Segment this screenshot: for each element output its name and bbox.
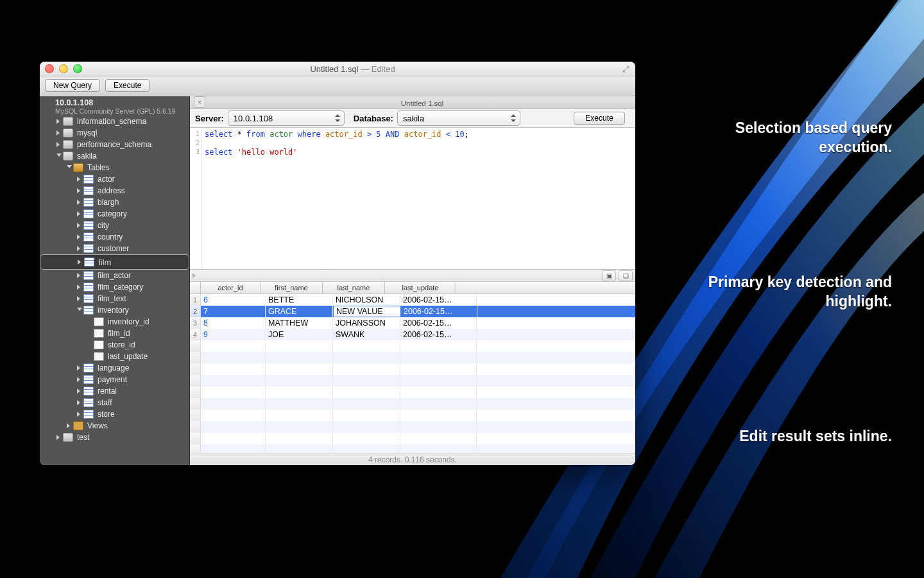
grid-cell[interactable]: 6: [201, 294, 266, 306]
tree-item[interactable]: sakila: [40, 150, 189, 162]
titlebar[interactable]: Untitled 1.sql — Edited: [40, 62, 635, 76]
tree-item[interactable]: address: [40, 185, 189, 197]
grid-cell[interactable]: [266, 375, 333, 387]
column-header[interactable]: last_name: [323, 282, 385, 293]
tree-item[interactable]: staff: [40, 397, 189, 408]
grid-row[interactable]: [190, 398, 635, 410]
tree-item[interactable]: city: [40, 220, 189, 231]
zoom-window-button[interactable]: [73, 64, 82, 73]
grid-cell[interactable]: 8: [201, 317, 266, 329]
grid-cell[interactable]: [333, 410, 400, 421]
sidebar[interactable]: 10.0.1.108 MySQL Community Server (GPL) …: [40, 96, 190, 465]
tree-item[interactable]: Tables: [40, 162, 189, 173]
database-select[interactable]: sakila: [397, 110, 520, 126]
tree-item[interactable]: blargh: [40, 197, 189, 208]
grid-cell[interactable]: 9: [201, 329, 266, 340]
grid-cell[interactable]: [400, 340, 477, 352]
tree-item[interactable]: film_category: [40, 281, 189, 293]
tree-item[interactable]: payment: [40, 374, 189, 385]
results-grid[interactable]: actor_id first_name last_name last_updat…: [190, 282, 635, 453]
grid-cell[interactable]: JOHANSSON: [333, 317, 400, 329]
grid-cell[interactable]: [400, 444, 477, 453]
server-select[interactable]: 10.0.1.108: [228, 110, 345, 126]
grid-row[interactable]: [190, 375, 635, 387]
grid-cell[interactable]: [400, 398, 477, 410]
tree-item[interactable]: store_id: [40, 339, 189, 351]
tab-title[interactable]: Untitled 1.sql: [209, 100, 635, 109]
column-header[interactable]: last_update: [385, 282, 456, 293]
tree-item[interactable]: film: [40, 254, 189, 270]
grid-cell[interactable]: [333, 433, 400, 444]
grid-cell[interactable]: [333, 363, 400, 375]
execute-button[interactable]: Execute: [105, 79, 150, 92]
grid-cell[interactable]: [201, 444, 266, 453]
grid-cell[interactable]: [333, 444, 400, 453]
grid-cell[interactable]: [266, 363, 333, 375]
grid-cell[interactable]: [266, 444, 333, 453]
grid-cell[interactable]: [333, 387, 400, 398]
execute-query-button[interactable]: Execute: [574, 112, 625, 125]
grid-cell[interactable]: [201, 340, 266, 352]
grid-cell[interactable]: [266, 410, 333, 421]
grid-cell[interactable]: [400, 363, 477, 375]
grid-row[interactable]: [190, 421, 635, 433]
grid-cell[interactable]: BETTE: [266, 294, 333, 306]
grid-cell[interactable]: GRACE: [266, 306, 333, 317]
grid-cell[interactable]: 2006-02-15…: [400, 294, 477, 306]
tree-item[interactable]: inventory_id: [40, 316, 189, 328]
grid-cell[interactable]: [400, 421, 477, 433]
grid-cell[interactable]: [400, 387, 477, 398]
grid-cell[interactable]: [201, 410, 266, 421]
grid-cell[interactable]: [266, 421, 333, 433]
grid-row[interactable]: [190, 410, 635, 421]
grid-cell[interactable]: NEW VALUE: [333, 306, 401, 317]
grid-cell[interactable]: [201, 352, 266, 363]
grid-row[interactable]: 16BETTENICHOLSON2006-02-15…: [190, 294, 635, 306]
tree-item[interactable]: information_schema: [40, 116, 189, 127]
tree-item[interactable]: film_actor: [40, 270, 189, 281]
tab-close-button[interactable]: ×: [194, 96, 205, 108]
grid-cell[interactable]: 2006-02-15…: [400, 317, 477, 329]
minimize-window-button[interactable]: [59, 64, 68, 73]
grid-cell[interactable]: [400, 375, 477, 387]
expand-icon[interactable]: [193, 273, 196, 278]
grid-row[interactable]: [190, 340, 635, 352]
results-action-button[interactable]: ▣: [602, 270, 616, 281]
grid-cell[interactable]: 2006-02-15…: [400, 329, 477, 340]
grid-cell[interactable]: [333, 352, 400, 363]
grid-cell[interactable]: [266, 433, 333, 444]
grid-cell[interactable]: 2006-02-15…: [401, 306, 477, 317]
tree-item[interactable]: actor: [40, 173, 189, 185]
grid-cell[interactable]: MATTHEW: [266, 317, 333, 329]
editor-content[interactable]: select * from actor where actor_id > 5 A…: [202, 128, 635, 269]
grid-cell[interactable]: [333, 421, 400, 433]
grid-cell[interactable]: [266, 352, 333, 363]
grid-row[interactable]: [190, 352, 635, 363]
grid-cell[interactable]: [266, 340, 333, 352]
tree-item[interactable]: rental: [40, 385, 189, 397]
grid-cell[interactable]: [201, 363, 266, 375]
tree-item[interactable]: store: [40, 408, 189, 420]
server-header[interactable]: 10.0.1.108 MySQL Community Server (GPL) …: [40, 96, 189, 116]
column-header[interactable]: actor_id: [201, 282, 261, 293]
grid-row[interactable]: 27GRACENEW VALUE2006-02-15…: [190, 306, 635, 317]
tree-item[interactable]: country: [40, 231, 189, 243]
grid-cell[interactable]: SWANK: [333, 329, 400, 340]
grid-row[interactable]: [190, 444, 635, 453]
tree-item[interactable]: customer: [40, 243, 189, 254]
grid-cell[interactable]: [333, 375, 400, 387]
column-header[interactable]: first_name: [261, 282, 323, 293]
grid-cell[interactable]: [201, 421, 266, 433]
tree-item[interactable]: category: [40, 208, 189, 220]
new-query-button[interactable]: New Query: [45, 79, 100, 92]
grid-cell[interactable]: 7: [201, 306, 266, 317]
tree-item[interactable]: film_text: [40, 293, 189, 304]
close-window-button[interactable]: [45, 64, 54, 73]
tree-item[interactable]: inventory: [40, 304, 189, 316]
grid-cell[interactable]: [201, 375, 266, 387]
grid-cell[interactable]: [333, 398, 400, 410]
grid-cell[interactable]: [333, 340, 400, 352]
grid-cell[interactable]: [400, 352, 477, 363]
grid-row[interactable]: [190, 363, 635, 375]
grid-row[interactable]: [190, 387, 635, 398]
